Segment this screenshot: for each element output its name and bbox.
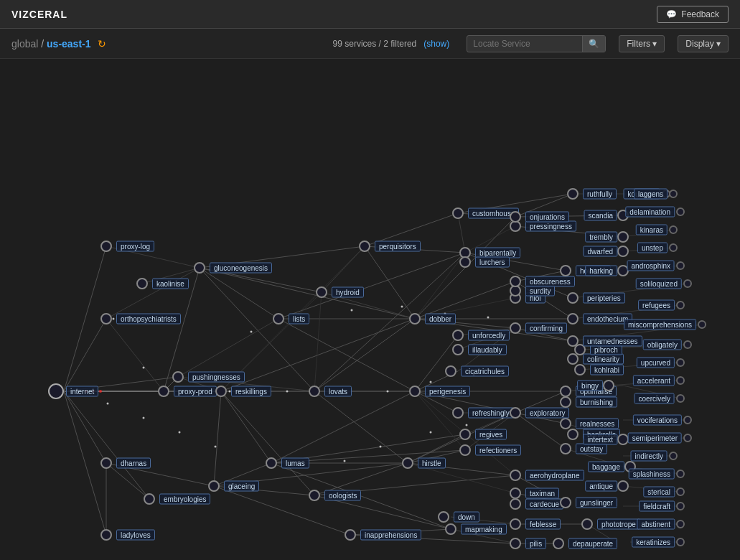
node-circle-fieldcraft[interactable]	[676, 502, 685, 510]
node-circle-perigenesis[interactable]	[409, 386, 421, 397]
node-circle-semiperimeter[interactable]	[683, 434, 692, 442]
filters-button[interactable]: Filters ▾	[619, 35, 665, 52]
node-circle-scandia[interactable]	[617, 210, 629, 221]
node-circle-sterical[interactable]	[676, 487, 685, 496]
breadcrumb-global[interactable]: global	[11, 38, 38, 50]
node-circle-phototrope[interactable]	[581, 518, 593, 530]
node-circle-kaolinise[interactable]	[136, 278, 148, 289]
node-circle-aerohydroplane[interactable]	[510, 470, 521, 481]
node-circle-dharnas[interactable]	[100, 457, 112, 469]
node-circle-cicatrichules[interactable]	[445, 365, 456, 377]
svg-line-90	[623, 386, 680, 398]
node-circle-dobber[interactable]	[409, 313, 421, 325]
node-circle-hirstle[interactable]	[402, 457, 413, 469]
node-circle-dwarfed[interactable]	[617, 246, 629, 257]
svg-line-36	[314, 253, 465, 391]
node-circle-reskillings[interactable]	[215, 386, 227, 397]
node-circle-kohlrabi[interactable]	[574, 364, 586, 375]
service-count: 99 services / 2 filtered (show)	[333, 39, 450, 49]
node-circle-depauperate[interactable]	[553, 538, 564, 549]
node-circle-inapprehensions[interactable]	[345, 529, 356, 541]
node-circle-coercively[interactable]	[676, 394, 685, 403]
node-circle-splashiness[interactable]	[676, 470, 685, 478]
node-circle-feblesse[interactable]	[510, 518, 521, 530]
node-circle-down[interactable]	[438, 511, 449, 523]
node-circle-mapmaking[interactable]	[445, 523, 456, 535]
node-circle-trembly[interactable]	[617, 231, 629, 243]
node-circle-ruthfully[interactable]	[567, 188, 579, 200]
node-circle-obligately[interactable]	[683, 340, 692, 349]
node-circle-kinaras[interactable]	[669, 225, 678, 234]
node-circle-bankrolls[interactable]	[567, 429, 579, 440]
locate-service-input[interactable]	[467, 36, 582, 52]
node-circle-exploratory[interactable]	[510, 407, 521, 419]
svg-point-147	[487, 317, 490, 319]
node-circle-realnesses[interactable]	[560, 418, 571, 429]
node-circle-cardecue[interactable]	[510, 498, 521, 510]
node-circle-howitzer[interactable]	[560, 265, 571, 276]
node-circle-proxy-log[interactable]	[100, 241, 112, 252]
node-circle-abstinent[interactable]	[676, 520, 685, 528]
display-button[interactable]: Display ▾	[678, 35, 729, 52]
feedback-button[interactable]: 💬 Feedback	[657, 6, 729, 23]
node-circle-optimalise[interactable]	[560, 386, 571, 397]
node-circle-customhouse[interactable]	[452, 207, 464, 219]
node-circle-glaceing[interactable]	[208, 480, 220, 492]
svg-line-81	[623, 230, 673, 237]
node-circle-lurchers[interactable]	[459, 256, 471, 268]
node-circle-upcurved[interactable]	[676, 358, 685, 367]
node-circle-keratinizes[interactable]	[676, 538, 685, 546]
node-circle-unstep[interactable]	[669, 243, 678, 252]
node-circle-intertext[interactable]	[617, 434, 629, 445]
node-circle-lovats[interactable]	[309, 386, 320, 397]
node-circle-androsphinx[interactable]	[676, 261, 685, 270]
node-circle-proxy-prod[interactable]	[158, 386, 169, 397]
node-circle-embryologies[interactable]	[144, 493, 155, 505]
node-circle-untamednesses[interactable]	[567, 335, 579, 347]
node-circle-oologists[interactable]	[309, 490, 320, 501]
locate-search-button[interactable]: 🔍	[582, 36, 605, 52]
node-circle-bingy[interactable]	[603, 380, 614, 391]
node-circle-delamination[interactable]	[676, 207, 685, 216]
node-circle-taximan[interactable]	[510, 487, 521, 499]
node-circle-perquisitors[interactable]	[359, 241, 370, 252]
node-circle-refreshingly[interactable]	[452, 407, 464, 419]
node-circle-gluconeogenesis[interactable]	[194, 262, 205, 274]
node-circle-antique[interactable]	[617, 480, 629, 492]
breadcrumb-region[interactable]: us-east-1	[47, 38, 90, 50]
node-circle-regives[interactable]	[459, 429, 471, 440]
node-circle-refugees[interactable]	[676, 301, 685, 309]
node-circle-baggage[interactable]	[624, 461, 636, 472]
node-circle-illaudably[interactable]	[452, 344, 464, 355]
node-circle-orthopsychiatrists[interactable]	[100, 313, 112, 325]
node-circle-harking[interactable]	[617, 265, 629, 276]
refresh-icon[interactable]: ↻	[98, 38, 106, 50]
node-circle-outstay[interactable]	[560, 443, 571, 454]
node-circle-accelerant[interactable]	[676, 376, 685, 385]
node-circle-hydroid[interactable]	[316, 286, 327, 298]
node-circle-miscomprehensions[interactable]	[698, 320, 706, 329]
node-circle-pushingnesses[interactable]	[172, 371, 184, 383]
node-circle-ladyloves[interactable]	[100, 529, 112, 541]
node-circle-pilis[interactable]	[510, 538, 521, 549]
node-circle-lists[interactable]	[273, 313, 284, 325]
node-circle-soliloquized[interactable]	[683, 279, 692, 288]
node-circle-laggens[interactable]	[669, 190, 678, 198]
show-filtered-link[interactable]: (show)	[423, 39, 449, 49]
node-circle-unforcedly[interactable]	[452, 330, 464, 341]
node-circle-endothecium[interactable]	[567, 313, 579, 325]
node-circle-refectioners[interactable]	[459, 444, 471, 456]
node-circle-gunslinger[interactable]	[560, 497, 571, 508]
node-circle-colinearity[interactable]	[567, 353, 579, 365]
node-circle-peripteries[interactable]	[567, 292, 579, 304]
node-circle-onjurations[interactable]	[510, 211, 521, 223]
svg-point-145	[401, 306, 403, 308]
node-circle-indirectly[interactable]	[669, 452, 678, 460]
node-circle-lumas[interactable]	[266, 457, 277, 469]
node-circle-burnishing[interactable]	[560, 396, 571, 408]
graph-svg	[0, 59, 740, 560]
node-circle-internet[interactable]	[48, 383, 64, 399]
node-circle-vociferations[interactable]	[683, 416, 692, 424]
node-circle-confirming[interactable]	[510, 322, 521, 334]
node-circle-obscureness[interactable]	[510, 276, 521, 287]
